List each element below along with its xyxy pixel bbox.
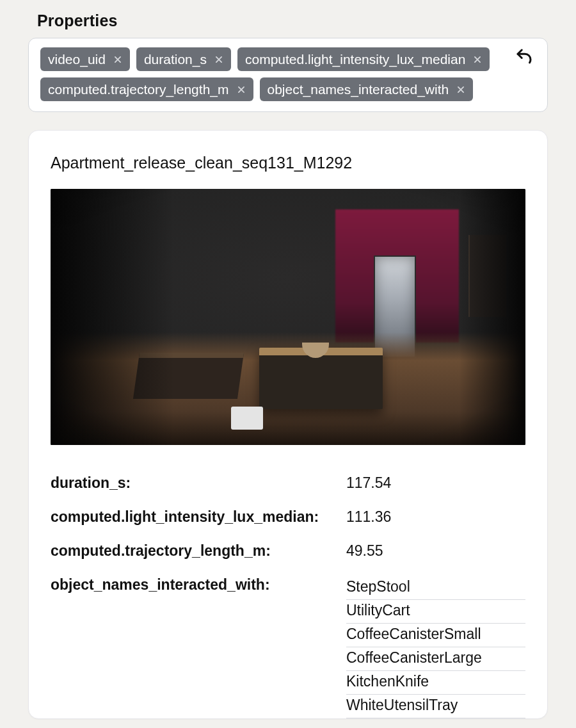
prop-key: computed.light_intensity_lux_median:	[51, 508, 333, 526]
filter-chip-label: duration_s	[144, 51, 207, 67]
object-list-item: WhiteUtensilTray	[346, 695, 525, 718]
prop-key: duration_s:	[51, 474, 333, 492]
undo-button[interactable]	[513, 46, 536, 69]
filter-chip-label: object_names_interacted_with	[268, 81, 449, 97]
object-list-item: CoffeeCanisterLarge	[346, 647, 525, 671]
filter-chip[interactable]: duration_s	[136, 47, 231, 71]
close-icon[interactable]	[112, 54, 124, 65]
prop-value: 49.55	[346, 542, 525, 560]
filter-chip[interactable]: computed.light_intensity_lux_median	[237, 47, 490, 71]
prop-key: computed.trajectory_length_m:	[51, 542, 333, 560]
filter-chip-label: computed.light_intensity_lux_median	[245, 51, 465, 67]
filter-chip-label: video_uid	[48, 51, 106, 67]
page-root: Properties video_uid duration_s computed…	[0, 0, 576, 719]
close-icon[interactable]	[236, 84, 247, 95]
filter-chip[interactable]: computed.trajectory_length_m	[40, 77, 253, 101]
undo-icon	[515, 47, 534, 69]
prop-value-objects: StepStoolUtilityCartCoffeeCanisterSmallC…	[346, 576, 525, 718]
filter-chip-row: video_uid duration_s computed.light_inte…	[40, 47, 506, 101]
property-table: duration_s: 117.54 computed.light_intens…	[51, 474, 525, 718]
object-list-item: CoffeeCanisterSmall	[346, 624, 525, 647]
object-list-item: KitchenKnife	[346, 671, 525, 695]
result-card: Apartment_release_clean_seq131_M1292 dur…	[28, 130, 548, 719]
property-filter-box: video_uid duration_s computed.light_inte…	[28, 38, 548, 112]
close-icon[interactable]	[213, 54, 225, 65]
card-title: Apartment_release_clean_seq131_M1292	[51, 154, 525, 172]
prop-key-objects: object_names_interacted_with:	[51, 576, 333, 718]
object-list-item: StepStool	[346, 576, 525, 600]
object-list-item: UtilityCart	[346, 600, 525, 624]
prop-value: 111.36	[346, 508, 525, 526]
filter-chip[interactable]: video_uid	[40, 47, 130, 71]
close-icon[interactable]	[472, 54, 483, 65]
close-icon[interactable]	[455, 84, 467, 95]
filter-chip[interactable]: object_names_interacted_with	[260, 77, 474, 101]
filter-chip-label: computed.trajectory_length_m	[48, 81, 229, 97]
video-thumbnail[interactable]	[51, 189, 525, 445]
section-title: Properties	[37, 12, 548, 30]
prop-value: 117.54	[346, 474, 525, 492]
